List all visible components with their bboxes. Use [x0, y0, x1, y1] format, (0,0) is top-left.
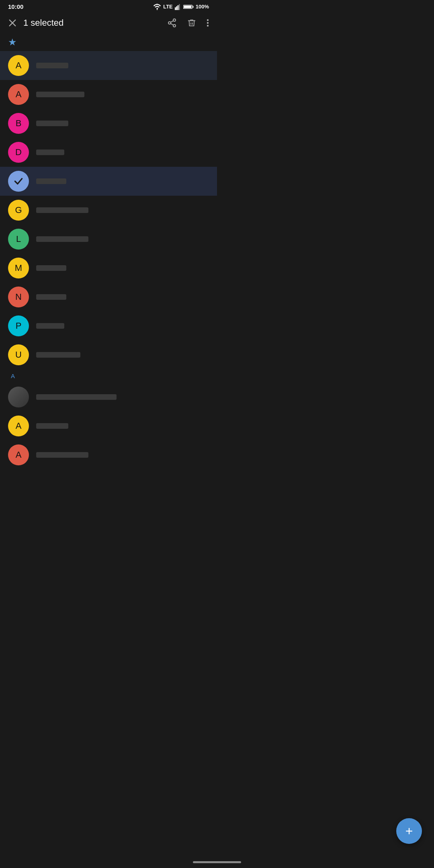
contact-row[interactable]: P — [0, 311, 217, 340]
name-bar — [36, 452, 88, 458]
contact-info — [36, 63, 209, 68]
share-icon — [167, 18, 177, 28]
starred-section-header: ★ — [0, 33, 217, 51]
contact-row[interactable]: N — [0, 283, 217, 311]
name-bar — [36, 92, 84, 97]
contact-info — [36, 323, 209, 329]
contact-info — [36, 92, 209, 97]
name-bar — [36, 323, 64, 329]
wifi-icon — [153, 4, 161, 10]
contact-info — [36, 265, 209, 271]
contact-row[interactable]: G — [0, 196, 217, 225]
avatar: A — [8, 55, 29, 76]
close-icon — [8, 18, 17, 27]
avatar: L — [8, 229, 29, 250]
delete-icon — [187, 18, 196, 28]
svg-rect-3 — [177, 5, 178, 10]
name-bar — [36, 178, 66, 184]
more-icon — [207, 18, 209, 28]
svg-line-13 — [171, 20, 174, 22]
share-button[interactable] — [166, 16, 178, 29]
close-button[interactable] — [6, 17, 18, 29]
contact-info — [36, 394, 209, 400]
svg-rect-1 — [175, 7, 176, 10]
avatar: G — [8, 200, 29, 221]
svg-point-19 — [207, 25, 209, 27]
contact-info — [36, 207, 209, 213]
contact-row[interactable]: A — [0, 411, 217, 440]
section-letter-a: A — [8, 373, 18, 379]
name-bar — [36, 394, 117, 400]
status-bar: 10:00 LTE 100% — [0, 0, 217, 12]
contact-info — [36, 294, 209, 300]
name-bar — [36, 236, 88, 242]
avatar: P — [8, 315, 29, 336]
name-bar — [36, 265, 66, 271]
star-icon: ★ — [8, 37, 17, 48]
contact-row[interactable]: L — [0, 225, 217, 254]
avatar-image — [8, 387, 29, 407]
svg-rect-2 — [176, 6, 177, 10]
contact-info — [36, 423, 209, 429]
contact-info — [36, 452, 209, 458]
lte-icon: LTE — [163, 4, 173, 10]
contact-info — [36, 149, 209, 155]
contact-row[interactable]: A — [0, 440, 217, 469]
name-bar — [36, 423, 68, 429]
contact-info — [36, 178, 209, 184]
contact-row[interactable]: A — [0, 51, 217, 80]
svg-rect-6 — [192, 6, 194, 8]
avatar-selected — [8, 171, 29, 192]
battery-icon — [183, 4, 194, 10]
delete-button[interactable] — [186, 16, 198, 29]
checkmark-icon — [13, 176, 24, 186]
name-bar — [36, 149, 64, 155]
avatar: A — [8, 444, 29, 465]
contact-row[interactable]: B — [0, 109, 217, 138]
selection-label: 1 selected — [23, 18, 161, 28]
contact-row[interactable]: D — [0, 138, 217, 167]
avatar: D — [8, 142, 29, 163]
avatar: A — [8, 84, 29, 105]
avatar: N — [8, 287, 29, 307]
contact-row-selected[interactable] — [0, 167, 217, 196]
name-bar — [36, 63, 68, 68]
contact-list: ★ A A B D — [0, 33, 217, 469]
contact-row[interactable]: U — [0, 340, 217, 369]
contact-row[interactable]: A — [0, 80, 217, 109]
svg-rect-4 — [179, 4, 180, 10]
signal-icon — [175, 4, 181, 10]
svg-line-14 — [171, 23, 174, 25]
name-bar — [36, 294, 66, 300]
svg-point-18 — [207, 22, 209, 24]
avatar: B — [8, 113, 29, 134]
alpha-section-header: A — [0, 369, 217, 383]
battery-label: 100% — [196, 4, 209, 10]
name-bar — [36, 207, 88, 213]
contact-row[interactable] — [0, 383, 217, 411]
status-time: 10:00 — [8, 3, 23, 10]
action-bar: 1 selected — [0, 12, 217, 33]
svg-point-0 — [157, 9, 158, 10]
name-bar — [36, 121, 68, 126]
name-bar — [36, 352, 80, 358]
contact-info — [36, 352, 209, 358]
contact-row[interactable]: M — [0, 254, 217, 283]
avatar: M — [8, 258, 29, 278]
action-bar-icons — [166, 16, 211, 29]
contact-info — [36, 236, 209, 242]
avatar: U — [8, 344, 29, 365]
avatar: A — [8, 416, 29, 436]
more-button[interactable] — [205, 16, 211, 29]
svg-rect-7 — [184, 5, 191, 8]
svg-point-17 — [207, 19, 209, 21]
status-icons: LTE 100% — [153, 4, 209, 10]
contact-info — [36, 121, 209, 126]
